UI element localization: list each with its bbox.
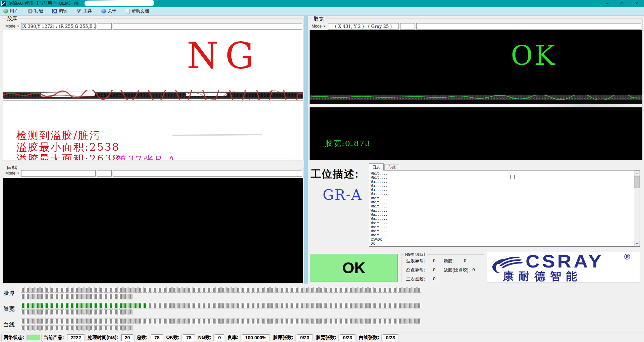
indicator-cell <box>40 309 44 315</box>
panel-baixian: 白线 Mode▼ <box>2 167 304 284</box>
indicator-cell <box>192 303 196 308</box>
indicator-cell <box>192 287 196 293</box>
jiaohou-overlay-text: 检测到溢胶/脏污 溢胶最小面积:2538 溢胶最大面积:2638 <box>16 130 120 160</box>
indicator-cell <box>45 294 49 299</box>
baixian-info-box[interactable] <box>113 170 302 177</box>
indicator-row <box>21 294 421 299</box>
ng-stats-title: NG类型统计 <box>404 252 427 257</box>
status-label: 处理时间(ms): <box>86 334 120 341</box>
indicator-cell <box>270 303 274 308</box>
indicator-cell <box>119 325 123 331</box>
indicator-cell <box>182 303 186 308</box>
scroll-down-arrow[interactable]: ▼ <box>634 241 640 246</box>
station-desc-value: GR-A <box>323 187 362 203</box>
indicator-cell <box>119 303 123 308</box>
indicator-cell <box>123 294 127 299</box>
overlay-line: 溢胶最小面积:2538 <box>16 141 120 153</box>
jiaohou-mode-dropdown[interactable]: Mode▼ <box>4 23 20 30</box>
indicator-cell <box>221 319 225 324</box>
jiaohou-image-view[interactable]: NG 检测到溢胶/脏污 溢胶最小面积:2538 溢胶最大面积:2638 第37张… <box>3 30 303 160</box>
baixian-image-view[interactable] <box>3 178 303 283</box>
indicator-cell <box>226 287 230 293</box>
indicator-cell <box>324 287 328 293</box>
indicator-cell <box>315 303 319 308</box>
indicator-cell <box>31 287 35 293</box>
status-value: 78 <box>183 334 195 341</box>
indicator-cell <box>310 319 314 324</box>
menu-item-tools[interactable]: 工具 <box>77 8 92 14</box>
log-entry: Wait.... <box>371 188 640 192</box>
jiaokuan-info-box[interactable] <box>416 23 641 30</box>
indicator-cell <box>85 287 89 293</box>
indicator-cell <box>26 294 30 299</box>
jiaohou-coord-box[interactable]: (X 398,Y 1272) : (R 255,G 255,B 255) <box>21 23 96 30</box>
indicator-cell <box>226 303 230 308</box>
indicator-cell <box>94 309 98 315</box>
status-value: 0/23 <box>297 334 313 341</box>
indicator-cell <box>172 303 176 308</box>
indicator-cell <box>26 303 30 308</box>
menu-item-about[interactable]: 关于 <box>101 8 116 14</box>
indicator-cell <box>21 309 25 315</box>
indicator-cell <box>89 294 93 299</box>
indicator-cell <box>45 303 49 308</box>
indicator-cell <box>339 287 343 293</box>
indicator-cell <box>256 303 260 308</box>
jiaohou-value-box[interactable] <box>97 23 112 30</box>
baixian-coord-box[interactable] <box>21 170 96 177</box>
scroll-thumb[interactable] <box>634 176 640 188</box>
scroll-up-arrow[interactable]: ▲ <box>634 170 640 176</box>
indicator-cell <box>388 303 392 308</box>
minimize-button[interactable]: ─ <box>600 0 614 7</box>
indicator-cell <box>295 287 299 293</box>
debug-icon <box>52 9 57 13</box>
indicator-group-label: 白线 <box>3 321 21 329</box>
log-checkbox[interactable] <box>510 175 515 179</box>
indicator-cell <box>21 325 25 331</box>
indicator-cell <box>334 303 338 308</box>
indicator-cell <box>364 319 368 324</box>
maximize-button[interactable]: ▢ <box>614 0 629 7</box>
menu-item-debug[interactable]: 调试 <box>52 8 67 14</box>
jiaokuan-value-box[interactable] <box>400 23 415 30</box>
brand-logo: CSRAY ® 康耐德智能 <box>487 252 640 283</box>
log-list[interactable]: Wait....Wait....Wait....Wait....Wait....… <box>369 170 640 247</box>
result-ok-button[interactable]: OK <box>310 254 398 282</box>
indicator-cell <box>319 287 323 293</box>
menu-item-function[interactable]: 功能 <box>28 8 43 14</box>
jiaohou-info-box[interactable] <box>113 23 302 30</box>
ng-stat-row: 缺胶(没点胶):0 <box>444 267 479 273</box>
indicator-cell <box>36 294 40 299</box>
jiaokuan-coord-box[interactable]: ( X 431, Y 2 ) : ( Gray 25 ) <box>328 23 399 30</box>
indicator-cell <box>85 325 89 331</box>
indicator-cell <box>413 287 417 293</box>
indicator-cell <box>114 325 118 331</box>
indicator-cell <box>138 287 142 293</box>
indicator-cell <box>383 303 387 308</box>
indicator-cell <box>65 325 69 331</box>
jiaokuan-image-view[interactable]: OK 胶宽:0.873 <box>310 30 642 160</box>
indicator-cell <box>104 287 108 293</box>
menu-item-help[interactable]: 帮助文档 <box>126 8 149 14</box>
baixian-mode-dropdown[interactable]: Mode▼ <box>4 170 20 177</box>
tab-log[interactable]: 日志 <box>369 163 384 170</box>
indicator-cell <box>70 325 74 331</box>
indicator-cell <box>168 303 172 308</box>
indicator-cell <box>109 325 113 331</box>
status-label: 当前产品: <box>41 334 66 341</box>
tab-heartbeat[interactable]: 心跳 <box>384 164 399 170</box>
indicator-cell <box>383 319 387 324</box>
indicator-cell <box>36 309 40 315</box>
menu-item-user[interactable]: 用户 <box>3 8 18 14</box>
ng-stat-value: 0 <box>433 276 440 282</box>
panel-jiaokuan-title: 胶宽 <box>312 16 325 22</box>
indicator-cell <box>354 303 358 308</box>
indicator-cell <box>50 303 54 308</box>
logo-subtitle: 康耐德智能 <box>503 269 582 283</box>
jiaokuan-mode-dropdown[interactable]: Mode▼ <box>311 23 327 30</box>
indicator-cell <box>266 319 270 324</box>
baixian-value-box[interactable] <box>97 170 112 177</box>
log-scrollbar[interactable]: ▲ ▼ <box>634 170 640 246</box>
tools-icon <box>77 9 82 13</box>
close-button[interactable]: ✕ <box>629 0 644 7</box>
